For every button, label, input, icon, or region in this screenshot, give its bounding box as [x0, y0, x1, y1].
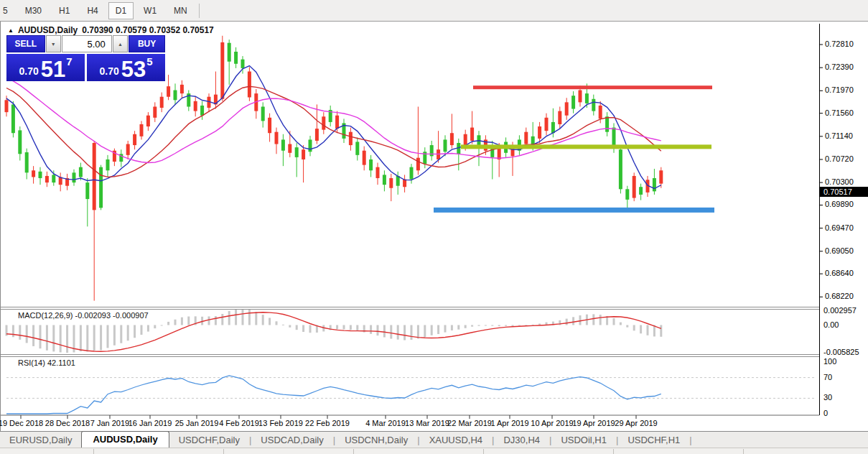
toolbar-separator [199, 4, 200, 18]
date-axis-label: 1 Apr 2019 [490, 419, 528, 427]
scroll-strip-mark [93, 449, 94, 454]
price-axis-label: 0.72390 [825, 62, 854, 71]
buy-quote-button[interactable]: 0.70 53 5 [87, 54, 165, 81]
price-chart-canvas[interactable] [1, 22, 868, 431]
macd-axis-label: 0.00 [823, 320, 839, 329]
chevron-up-icon: ▲ [118, 42, 123, 47]
sell-price-main: 51 [41, 60, 65, 79]
date-axis-label: 28 Dec 2018 [45, 419, 90, 427]
rsi-axis-label: 70 [823, 373, 832, 381]
date-axis-label: 13 Feb 2019 [258, 419, 303, 427]
mt-terminal-window: 5M30H1H4D1W1MN ▲ AUDUSD,Daily 0.70390 0.… [0, 0, 868, 454]
scroll-strip-mark [353, 449, 354, 454]
scroll-strip-mark [483, 449, 484, 454]
price-axis-label: 0.69470 [825, 223, 854, 232]
symbol-tab-usdoil-h1[interactable]: USDOil,H1 [551, 432, 616, 448]
scroll-strip-mark [223, 449, 224, 454]
volume-decrease-button[interactable]: ▼ [46, 35, 61, 52]
symbol-tab-eurusd-daily[interactable]: EURUSD,Daily [0, 432, 81, 448]
sell-quote-button[interactable]: 0.70 51 7 [6, 54, 85, 81]
price-axis-label: 0.70720 [825, 154, 854, 163]
timeframe-button-5[interactable]: 5 [0, 2, 15, 19]
volume-increase-button[interactable]: ▲ [113, 35, 128, 52]
symbol-tab-dj30-h4[interactable]: DJ30,H4 [494, 432, 549, 448]
price-axis-label: 0.68220 [825, 292, 854, 300]
symbol-tab-usdcnh-daily[interactable]: USDCNH,Daily [335, 432, 417, 448]
date-axis-label: 4 Mar 2019 [365, 419, 406, 427]
symbol-tab-usdchf-daily[interactable]: USDCHF,Daily [169, 432, 249, 448]
timeframe-button-m30[interactable]: M30 [18, 2, 49, 19]
macd-indicator-header: MACD(12,26,9) -0.002093 -0.000907 [18, 311, 149, 320]
rsi-indicator-header: RSI(14) 42.1101 [18, 358, 75, 367]
chart-symbol-label: AUDUSD,Daily [18, 25, 78, 35]
timeframe-button-d1[interactable]: D1 [108, 2, 134, 19]
rsi-axis-label: 30 [823, 393, 832, 402]
price-axis-label: 0.68640 [825, 269, 854, 277]
price-axis-label: 0.70300 [825, 177, 854, 186]
date-axis-label: 22 Feb 2019 [305, 419, 350, 427]
price-axis-label: 0.71970 [825, 85, 854, 94]
price-axis-label: 0.69050 [825, 246, 854, 255]
macd-axis-label: 0.002957 [823, 306, 857, 315]
symbol-tab-bar: EURUSD,DailyAUDUSD,DailyUSDCHF,Daily|USD… [0, 431, 868, 448]
buy-price-main: 53 [121, 60, 146, 79]
timeframe-button-h4[interactable]: H4 [80, 2, 105, 19]
volume-input[interactable]: 5.00 [62, 35, 112, 52]
date-axis-label: 7 Jan 2019 [90, 419, 129, 427]
chart-ohlc-values: 0.70390 0.70579 0.70352 0.70517 [82, 25, 214, 35]
rsi-axis-label: 0 [823, 409, 828, 417]
macd-axis-label: -0.005825 [823, 348, 859, 356]
tab-separator: | [689, 435, 691, 448]
sell-button[interactable]: SELL [6, 35, 45, 52]
symbol-tab-audusd-daily[interactable]: AUDUSD,Daily [81, 431, 169, 448]
current-price-badge: 0.70517 [820, 187, 868, 197]
scroll-strip-mark [743, 449, 744, 454]
date-axis-label: 10 Apr 2019 [531, 419, 573, 427]
chevron-down-icon: ▼ [51, 42, 56, 47]
date-axis-label: 4 Feb 2019 [219, 419, 259, 427]
price-axis-label: 0.72810 [825, 40, 854, 48]
date-axis-label: 19 Apr 2019 [572, 419, 615, 427]
symbol-tab-usdcad-daily[interactable]: USDCAD,Daily [251, 432, 332, 448]
date-axis-label: 16 Jan 2019 [129, 419, 172, 427]
date-axis-label: 22 Mar 2019 [447, 419, 492, 427]
sell-price-prefix: 0.70 [19, 65, 38, 77]
scroll-strip-mark [613, 449, 614, 454]
buy-button[interactable]: BUY [129, 35, 165, 52]
sell-price-pip: 7 [66, 55, 72, 68]
timeframe-toolbar: 5M30H1H4D1W1MN [0, 0, 868, 22]
chart-title: ▲ AUDUSD,Daily 0.70390 0.70579 0.70352 0… [8, 25, 214, 35]
one-click-trade-panel: SELL ▼ 5.00 ▲ BUY 0.70 51 7 0.70 53 [6, 35, 165, 81]
bottom-scroll-strip[interactable] [0, 448, 868, 454]
date-axis-label: 19 Dec 2018 [0, 419, 43, 427]
timeframe-button-h1[interactable]: H1 [52, 2, 77, 19]
price-axis-label: 0.69890 [825, 200, 854, 208]
timeframe-button-mn[interactable]: MN [167, 2, 195, 19]
price-axis-label: 0.71140 [825, 131, 853, 140]
buy-price-prefix: 0.70 [99, 65, 118, 77]
chart-area[interactable]: ▲ AUDUSD,Daily 0.70390 0.70579 0.70352 0… [0, 22, 868, 431]
symbol-tab-xauusd-h4[interactable]: XAUUSD,H4 [420, 432, 492, 448]
symbol-tab-usdchf-h1[interactable]: USDCHF,H1 [618, 432, 689, 448]
price-axis-label: 0.71560 [825, 108, 854, 117]
buy-price-pip: 5 [146, 55, 152, 68]
rsi-axis-label: 100 [823, 357, 836, 366]
date-axis-label: 25 Jan 2019 [175, 419, 219, 427]
collapse-trade-panel-icon[interactable]: ▲ [8, 27, 14, 34]
timeframe-button-w1[interactable]: W1 [136, 2, 164, 19]
date-axis-label: 29 Apr 2019 [615, 419, 657, 427]
date-axis-label: 13 Mar 2019 [405, 419, 449, 427]
